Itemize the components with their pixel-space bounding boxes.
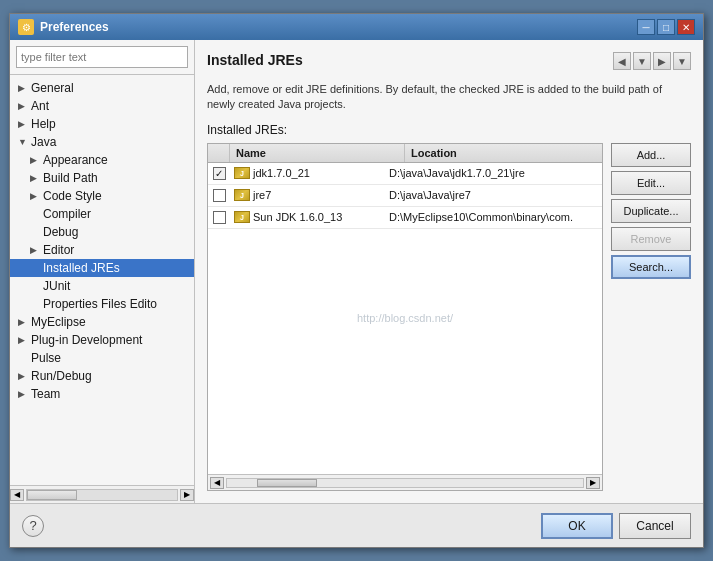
td-checkbox[interactable] [208, 209, 230, 226]
right-panel: Installed JREs ◀ ▼ ▶ ▼ Add, remove or ed… [195, 40, 703, 503]
jre-icon: J [234, 167, 250, 179]
table-row[interactable]: ✓ J jdk1.7.0_21 D:\java\Java\jdk1.7.0_21… [208, 163, 602, 185]
left-scrollbar[interactable]: ◀ ▶ [10, 485, 194, 503]
sidebar-item-pulse[interactable]: Pulse [10, 349, 194, 367]
jre-container: Name Location ✓ J jdk1.7.0_21 [207, 143, 691, 491]
td-checkbox[interactable] [208, 187, 230, 204]
maximize-button[interactable]: □ [657, 19, 675, 35]
table-header: Name Location [208, 144, 602, 163]
watermark-text: http://blog.csdn.net/ [357, 312, 453, 324]
td-location: D:\MyEclipse10\Common\binary\com. [385, 209, 602, 225]
jre-icon: J [234, 189, 250, 201]
toggle-icon: ▶ [18, 83, 28, 93]
sidebar-item-appearance[interactable]: ▶ Appearance [10, 151, 194, 169]
sidebar-item-label: General [31, 81, 74, 95]
duplicate-button[interactable]: Duplicate... [611, 199, 691, 223]
search-input[interactable] [16, 46, 188, 68]
td-checkbox[interactable]: ✓ [208, 165, 230, 182]
help-button[interactable]: ? [22, 515, 44, 537]
td-name: J Sun JDK 1.6.0_13 [230, 209, 385, 225]
ok-button[interactable]: OK [541, 513, 613, 539]
nav-dropdown-button[interactable]: ▼ [633, 52, 651, 70]
sidebar-item-label: Installed JREs [43, 261, 120, 275]
toggle-icon: ▶ [18, 317, 28, 327]
remove-button[interactable]: Remove [611, 227, 691, 251]
toggle-icon: ▶ [18, 371, 28, 381]
close-button[interactable]: ✕ [677, 19, 695, 35]
td-name: J jre7 [230, 187, 385, 203]
sidebar-item-label: Debug [43, 225, 78, 239]
jre-name: Sun JDK 1.6.0_13 [253, 211, 342, 223]
sidebar-item-myeclipse[interactable]: ▶ MyEclipse [10, 313, 194, 331]
sidebar-item-installedjres[interactable]: Installed JREs [10, 259, 194, 277]
add-button[interactable]: Add... [611, 143, 691, 167]
panel-description: Add, remove or edit JRE definitions. By … [207, 82, 691, 113]
title-bar-left: ⚙ Preferences [18, 19, 109, 35]
panel-top-row: Installed JREs ◀ ▼ ▶ ▼ [207, 52, 691, 76]
sidebar-item-label: Compiler [43, 207, 91, 221]
sidebar-item-ant[interactable]: ▶ Ant [10, 97, 194, 115]
table-row[interactable]: J Sun JDK 1.6.0_13 D:\MyEclipse10\Common… [208, 207, 602, 229]
left-panel: ▶ General ▶ Ant ▶ Help ▼ Java ▶ Appear [10, 40, 195, 503]
sidebar-item-junit[interactable]: JUnit [10, 277, 194, 295]
search-button[interactable]: Search... [611, 255, 691, 279]
sidebar-item-java[interactable]: ▼ Java [10, 133, 194, 151]
sidebar-item-general[interactable]: ▶ General [10, 79, 194, 97]
nav-forward-dropdown-button[interactable]: ▼ [673, 52, 691, 70]
sidebar-item-label: Properties Files Edito [43, 297, 157, 311]
jre-icon: J [234, 211, 250, 223]
toggle-icon: ▶ [18, 389, 28, 399]
sidebar-item-propfiles[interactable]: Properties Files Edito [10, 295, 194, 313]
sidebar-item-label: Help [31, 117, 56, 131]
th-checkbox [208, 144, 230, 162]
nav-forward-button[interactable]: ▶ [653, 52, 671, 70]
tree-area: ▶ General ▶ Ant ▶ Help ▼ Java ▶ Appear [10, 75, 194, 485]
table-scrollbar[interactable]: ◀ ▶ [208, 474, 602, 490]
scroll-right-icon[interactable]: ▶ [586, 477, 600, 489]
sidebar-item-compiler[interactable]: Compiler [10, 205, 194, 223]
cancel-button[interactable]: Cancel [619, 513, 691, 539]
toggle-icon: ▶ [18, 335, 28, 345]
jre-buttons: Add... Edit... Duplicate... Remove Searc… [611, 143, 691, 491]
sidebar-item-editor[interactable]: ▶ Editor [10, 241, 194, 259]
bottom-buttons: OK Cancel [541, 513, 691, 539]
filter-box [10, 40, 194, 75]
th-location: Location [405, 144, 602, 162]
scroll-left-arrow[interactable]: ◀ [10, 489, 24, 501]
row-checkbox[interactable]: ✓ [213, 167, 226, 180]
toggle-icon: ▶ [30, 155, 40, 165]
scroll-right-arrow[interactable]: ▶ [180, 489, 194, 501]
td-name: J jdk1.7.0_21 [230, 165, 385, 181]
sidebar-item-label: Pulse [31, 351, 61, 365]
row-checkbox[interactable] [213, 189, 226, 202]
sidebar-item-label: Appearance [43, 153, 108, 167]
sidebar-item-label: Team [31, 387, 60, 401]
td-location: D:\java\Java\jre7 [385, 187, 602, 203]
sidebar-item-label: Editor [43, 243, 74, 257]
sidebar-item-label: Ant [31, 99, 49, 113]
sidebar-item-label: Java [31, 135, 56, 149]
sidebar-item-team[interactable]: ▶ Team [10, 385, 194, 403]
edit-button[interactable]: Edit... [611, 171, 691, 195]
td-location: D:\java\Java\jdk1.7.0_21\jre [385, 165, 602, 181]
sidebar-item-buildpath[interactable]: ▶ Build Path [10, 169, 194, 187]
sidebar-item-plugindev[interactable]: ▶ Plug-in Development [10, 331, 194, 349]
sidebar-item-rundebug[interactable]: ▶ Run/Debug [10, 367, 194, 385]
panel-subtitle: Installed JREs: [207, 123, 691, 137]
toggle-icon: ▶ [18, 101, 28, 111]
window-icon: ⚙ [18, 19, 34, 35]
nav-back-button[interactable]: ◀ [613, 52, 631, 70]
sidebar-item-help[interactable]: ▶ Help [10, 115, 194, 133]
toggle-icon: ▶ [18, 119, 28, 129]
minimize-button[interactable]: ─ [637, 19, 655, 35]
sidebar-item-debug[interactable]: Debug [10, 223, 194, 241]
toggle-icon: ▶ [30, 245, 40, 255]
table-row[interactable]: J jre7 D:\java\Java\jre7 [208, 185, 602, 207]
sidebar-item-codestyle[interactable]: ▶ Code Style [10, 187, 194, 205]
scroll-track[interactable] [226, 478, 584, 488]
row-checkbox[interactable] [213, 211, 226, 224]
sidebar-item-label: Build Path [43, 171, 98, 185]
scroll-track[interactable] [26, 489, 178, 501]
scroll-left-icon[interactable]: ◀ [210, 477, 224, 489]
content-area: ▶ General ▶ Ant ▶ Help ▼ Java ▶ Appear [10, 40, 703, 503]
